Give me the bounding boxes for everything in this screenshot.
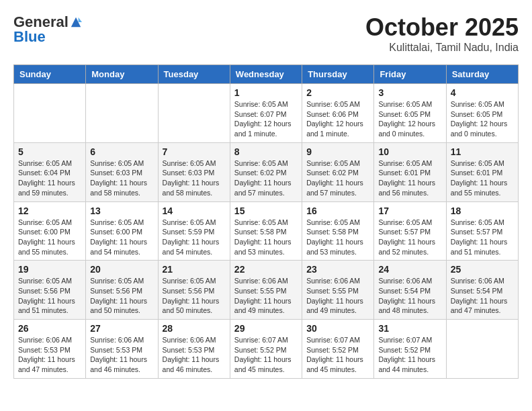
header: General Blue October 2025 Kulittalai, Ta… — [13, 13, 519, 54]
day-number: 9 — [306, 146, 369, 157]
calendar-week-row: 19Sunrise: 6:05 AM Sunset: 5:56 PM Dayli… — [14, 261, 519, 320]
calendar-cell: 6Sunrise: 6:05 AM Sunset: 6:03 PM Daylig… — [86, 142, 158, 201]
calendar-cell: 12Sunrise: 6:05 AM Sunset: 6:00 PM Dayli… — [14, 201, 86, 261]
day-number: 23 — [306, 264, 369, 275]
day-info: Sunrise: 6:05 AM Sunset: 5:56 PM Dayligh… — [18, 276, 81, 316]
day-number: 3 — [378, 87, 441, 98]
calendar-cell: 24Sunrise: 6:06 AM Sunset: 5:54 PM Dayli… — [374, 261, 446, 320]
calendar-cell: 14Sunrise: 6:05 AM Sunset: 5:59 PM Dayli… — [158, 201, 230, 261]
calendar-cell: 8Sunrise: 6:05 AM Sunset: 6:02 PM Daylig… — [230, 142, 302, 201]
day-number: 20 — [90, 264, 153, 275]
calendar-cell: 13Sunrise: 6:05 AM Sunset: 6:00 PM Dayli… — [86, 201, 158, 261]
calendar-cell: 2Sunrise: 6:05 AM Sunset: 6:06 PM Daylig… — [302, 84, 374, 143]
weekday-header: Tuesday — [158, 65, 230, 84]
day-info: Sunrise: 6:05 AM Sunset: 5:57 PM Dayligh… — [451, 218, 514, 257]
location: Kulittalai, Tamil Nadu, India — [365, 42, 519, 54]
calendar-cell — [446, 320, 518, 379]
weekday-header: Friday — [374, 65, 446, 84]
day-info: Sunrise: 6:05 AM Sunset: 6:03 PM Dayligh… — [163, 158, 226, 198]
logo-blue: Blue — [13, 28, 46, 46]
day-number: 16 — [306, 205, 369, 216]
calendar-week-row: 1Sunrise: 6:05 AM Sunset: 6:07 PM Daylig… — [14, 84, 519, 143]
calendar-week-row: 12Sunrise: 6:05 AM Sunset: 6:00 PM Dayli… — [14, 201, 519, 261]
calendar-cell — [86, 84, 158, 143]
day-number: 11 — [451, 146, 514, 157]
calendar-cell: 30Sunrise: 6:07 AM Sunset: 5:52 PM Dayli… — [302, 320, 374, 379]
day-number: 15 — [234, 205, 298, 216]
calendar-cell: 10Sunrise: 6:05 AM Sunset: 6:01 PM Dayli… — [374, 142, 446, 201]
calendar-cell: 19Sunrise: 6:05 AM Sunset: 5:56 PM Dayli… — [14, 261, 86, 320]
day-number: 13 — [90, 205, 153, 216]
calendar-cell: 3Sunrise: 6:05 AM Sunset: 6:05 PM Daylig… — [374, 84, 446, 143]
day-info: Sunrise: 6:05 AM Sunset: 6:01 PM Dayligh… — [378, 158, 441, 198]
day-info: Sunrise: 6:06 AM Sunset: 5:54 PM Dayligh… — [451, 276, 514, 316]
calendar-cell: 21Sunrise: 6:05 AM Sunset: 5:56 PM Dayli… — [158, 261, 230, 320]
calendar-cell: 18Sunrise: 6:05 AM Sunset: 5:57 PM Dayli… — [446, 201, 518, 261]
day-number: 21 — [163, 264, 226, 275]
day-info: Sunrise: 6:05 AM Sunset: 6:04 PM Dayligh… — [18, 158, 81, 198]
day-info: Sunrise: 6:05 AM Sunset: 5:58 PM Dayligh… — [306, 218, 369, 257]
calendar-cell: 17Sunrise: 6:05 AM Sunset: 5:57 PM Dayli… — [374, 201, 446, 261]
month-title: October 2025 — [365, 13, 519, 42]
day-info: Sunrise: 6:05 AM Sunset: 6:00 PM Dayligh… — [90, 218, 153, 257]
calendar-cell: 29Sunrise: 6:07 AM Sunset: 5:52 PM Dayli… — [230, 320, 302, 379]
day-number: 12 — [18, 205, 81, 216]
day-info: Sunrise: 6:06 AM Sunset: 5:53 PM Dayligh… — [18, 335, 81, 375]
day-info: Sunrise: 6:05 AM Sunset: 6:06 PM Dayligh… — [306, 99, 369, 139]
day-number: 25 — [451, 264, 514, 275]
calendar-cell: 23Sunrise: 6:06 AM Sunset: 5:55 PM Dayli… — [302, 261, 374, 320]
calendar-cell: 26Sunrise: 6:06 AM Sunset: 5:53 PM Dayli… — [14, 320, 86, 379]
day-number: 31 — [378, 323, 441, 334]
day-number: 18 — [451, 205, 514, 216]
calendar-cell — [14, 84, 86, 143]
day-number: 8 — [234, 146, 298, 157]
page: General Blue October 2025 Kulittalai, Ta… — [0, 0, 532, 392]
weekday-header: Wednesday — [230, 65, 302, 84]
weekday-header: Sunday — [14, 65, 86, 84]
day-number: 2 — [306, 87, 369, 98]
calendar-cell: 1Sunrise: 6:05 AM Sunset: 6:07 PM Daylig… — [230, 84, 302, 143]
title-section: October 2025 Kulittalai, Tamil Nadu, Ind… — [365, 13, 519, 54]
weekday-header: Monday — [86, 65, 158, 84]
calendar-cell: 20Sunrise: 6:05 AM Sunset: 5:56 PM Dayli… — [86, 261, 158, 320]
day-info: Sunrise: 6:06 AM Sunset: 5:53 PM Dayligh… — [163, 335, 226, 375]
day-info: Sunrise: 6:05 AM Sunset: 6:07 PM Dayligh… — [234, 99, 298, 139]
day-info: Sunrise: 6:05 AM Sunset: 5:59 PM Dayligh… — [163, 218, 226, 257]
calendar-week-row: 5Sunrise: 6:05 AM Sunset: 6:04 PM Daylig… — [14, 142, 519, 201]
day-number: 7 — [163, 146, 226, 157]
calendar-cell: 15Sunrise: 6:05 AM Sunset: 5:58 PM Dayli… — [230, 201, 302, 261]
day-number: 4 — [451, 87, 514, 98]
calendar-cell — [158, 84, 230, 143]
day-info: Sunrise: 6:05 AM Sunset: 6:05 PM Dayligh… — [451, 99, 514, 139]
calendar-cell: 31Sunrise: 6:07 AM Sunset: 5:52 PM Dayli… — [374, 320, 446, 379]
day-number: 19 — [18, 264, 81, 275]
day-number: 5 — [18, 146, 81, 157]
day-number: 27 — [90, 323, 153, 334]
day-info: Sunrise: 6:05 AM Sunset: 5:56 PM Dayligh… — [90, 276, 153, 316]
calendar-cell: 11Sunrise: 6:05 AM Sunset: 6:01 PM Dayli… — [446, 142, 518, 201]
weekday-header: Thursday — [302, 65, 374, 84]
calendar-cell: 16Sunrise: 6:05 AM Sunset: 5:58 PM Dayli… — [302, 201, 374, 261]
calendar-cell: 22Sunrise: 6:06 AM Sunset: 5:55 PM Dayli… — [230, 261, 302, 320]
logo-icon — [70, 16, 82, 28]
calendar-cell: 27Sunrise: 6:06 AM Sunset: 5:53 PM Dayli… — [86, 320, 158, 379]
day-info: Sunrise: 6:05 AM Sunset: 6:00 PM Dayligh… — [18, 218, 81, 257]
day-info: Sunrise: 6:06 AM Sunset: 5:54 PM Dayligh… — [378, 276, 441, 316]
day-number: 28 — [163, 323, 226, 334]
calendar-cell: 9Sunrise: 6:05 AM Sunset: 6:02 PM Daylig… — [302, 142, 374, 201]
calendar-cell: 7Sunrise: 6:05 AM Sunset: 6:03 PM Daylig… — [158, 142, 230, 201]
day-number: 17 — [378, 205, 441, 216]
logo: General Blue — [13, 13, 82, 46]
calendar-cell: 25Sunrise: 6:06 AM Sunset: 5:54 PM Dayli… — [446, 261, 518, 320]
day-info: Sunrise: 6:05 AM Sunset: 6:02 PM Dayligh… — [234, 158, 298, 198]
calendar-cell: 28Sunrise: 6:06 AM Sunset: 5:53 PM Dayli… — [158, 320, 230, 379]
day-info: Sunrise: 6:05 AM Sunset: 6:01 PM Dayligh… — [451, 158, 514, 198]
day-info: Sunrise: 6:05 AM Sunset: 6:03 PM Dayligh… — [90, 158, 153, 198]
day-info: Sunrise: 6:06 AM Sunset: 5:53 PM Dayligh… — [90, 335, 153, 375]
day-info: Sunrise: 6:06 AM Sunset: 5:55 PM Dayligh… — [234, 276, 298, 316]
calendar-header-row: SundayMondayTuesdayWednesdayThursdayFrid… — [14, 65, 519, 84]
day-number: 30 — [306, 323, 369, 334]
day-info: Sunrise: 6:05 AM Sunset: 5:57 PM Dayligh… — [378, 218, 441, 257]
day-info: Sunrise: 6:07 AM Sunset: 5:52 PM Dayligh… — [234, 335, 298, 375]
day-number: 14 — [163, 205, 226, 216]
